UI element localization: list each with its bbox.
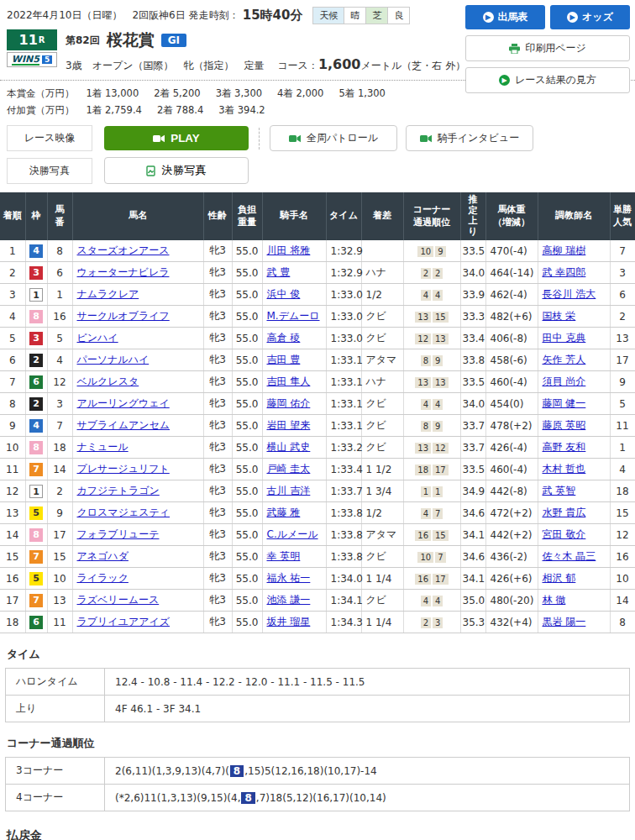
horse-link[interactable]: ラブリイユアアイズ	[77, 616, 171, 627]
trainer-link[interactable]: 木村 哲也	[543, 463, 586, 475]
jockey-link[interactable]: 浜中 俊	[267, 288, 301, 300]
horse-link[interactable]: パーソナルハイ	[77, 354, 150, 365]
carried-weight: 55.0	[232, 459, 262, 480]
result-row: 15715アネゴハダ牝355.0幸 英明1:33.8クビ10734.6436(-…	[0, 546, 635, 568]
jockey-link[interactable]: 川田 将雅	[267, 244, 311, 256]
horse-link[interactable]: ナミュール	[77, 441, 129, 453]
jockey-link[interactable]: 横山 武史	[267, 441, 311, 453]
frame-badge: 3	[29, 266, 43, 280]
margin: 1/2	[361, 284, 403, 306]
jockey-link[interactable]: M.デムーロ	[267, 310, 320, 322]
finish-time: 1:33.0	[326, 328, 361, 349]
jockey-link[interactable]: 吉田 豊	[267, 354, 301, 365]
horse-link[interactable]: ベルクレスタ	[77, 375, 139, 387]
last-3f: 33.7	[460, 437, 485, 459]
trainer-link[interactable]: 林 徹	[543, 594, 566, 606]
trainer-link[interactable]: 須貝 尚介	[543, 375, 586, 387]
race-name: 桜花賞	[107, 29, 155, 51]
horse-link[interactable]: カフジテトラゴン	[77, 485, 160, 496]
sex-age: 牝3	[203, 284, 232, 306]
patrol-video-button[interactable]: 全周パトロール	[270, 125, 397, 151]
trainer-link[interactable]: 宮田 敬介	[543, 528, 586, 540]
results-col-header: 単勝人気	[610, 192, 635, 240]
jockey-interview-button[interactable]: 騎手インタビュー	[406, 125, 533, 151]
how-to-read-button[interactable]: ▶ レース結果の見方	[465, 67, 630, 93]
trainer-link[interactable]: 矢作 芳人	[543, 354, 586, 365]
frame-badge: 2	[29, 397, 43, 411]
results-col-header: タイム	[326, 192, 361, 240]
body-weight: 460(-4)	[485, 371, 538, 393]
jockey-link[interactable]: C.ルメール	[267, 528, 318, 540]
trainer-link[interactable]: 武 幸四郎	[543, 266, 586, 278]
jockey-link[interactable]: 福永 祐一	[267, 572, 311, 584]
trainer-link[interactable]: 高柳 瑞樹	[543, 244, 586, 256]
win5-logo: WIN5	[12, 55, 39, 66]
corner-positions: 44	[403, 284, 460, 306]
finish-position: 9	[0, 415, 25, 437]
start-time-label: 発走時刻：	[189, 8, 239, 23]
horse-link[interactable]: アルーリングウェイ	[77, 397, 170, 409]
corner-positions: 1213	[403, 328, 460, 349]
horse-link[interactable]: スターズオンアース	[77, 244, 170, 256]
table-row: 3コーナー 2(6,11)(1,3,9,13)(4,7)(8,15)5(12,1…	[6, 758, 630, 785]
horse-link[interactable]: フォラブリューテ	[77, 528, 160, 540]
weather-track-badges: 天候 晴 芝 良	[312, 7, 410, 24]
corner-positions: 1617	[403, 568, 460, 590]
horse-link[interactable]: サブライムアンセム	[77, 419, 171, 431]
finish-position: 7	[0, 371, 25, 393]
margin: 1 1/2	[361, 459, 403, 480]
finish-position: 5	[0, 328, 25, 349]
table-row: ハロンタイム 12.4 - 10.8 - 11.4 - 12.2 - 12.0 …	[6, 669, 630, 696]
jockey-link[interactable]: 武 豊	[267, 266, 291, 278]
race-number-badge: 11R	[7, 29, 57, 50]
trainer-link[interactable]: 佐々木 晶三	[543, 550, 596, 562]
body-weight: 426(+6)	[485, 568, 538, 590]
trainer-link[interactable]: 武 英智	[543, 485, 576, 496]
win-favorite-rank: 18	[610, 480, 635, 502]
jockey-link[interactable]: 高倉 稜	[267, 332, 301, 344]
trainer-link[interactable]: 相沢 郁	[543, 572, 576, 584]
finish-position: 15	[0, 546, 25, 568]
play-button[interactable]: PLAY	[104, 126, 249, 150]
entry-table-button[interactable]: ▶ 出馬表	[465, 5, 545, 29]
jockey-link[interactable]: 戸崎 圭太	[267, 463, 311, 475]
jockey-link[interactable]: 藤岡 佑介	[267, 397, 311, 409]
jockey-link[interactable]: 池添 謙一	[267, 594, 311, 606]
jockey-link[interactable]: 武藤 雅	[267, 507, 301, 518]
trainer-link[interactable]: 藤原 英昭	[543, 419, 586, 431]
horse-link[interactable]: ラズベリームース	[77, 594, 160, 606]
carried-weight: 55.0	[232, 546, 262, 568]
trainer-link[interactable]: 黒岩 陽一	[543, 616, 586, 627]
last-3f: 33.9	[460, 284, 485, 306]
finish-photo-button[interactable]: 決勝写真	[104, 157, 249, 184]
finish-time: 1:33.8	[326, 524, 361, 546]
horse-link[interactable]: ライラック	[77, 572, 129, 584]
trainer-link[interactable]: 水野 貴広	[543, 507, 586, 518]
course-distance: 1,600	[318, 56, 361, 72]
jockey-link[interactable]: 古川 吉洋	[267, 485, 311, 496]
jockey-link[interactable]: 坂井 瑠星	[267, 616, 311, 627]
frame-badge: 1	[29, 485, 43, 498]
horse-link[interactable]: クロスマジェスティ	[77, 507, 171, 518]
jockey-link[interactable]: 吉田 隼人	[267, 375, 311, 387]
trainer-link[interactable]: 国枝 栄	[543, 310, 576, 322]
win-favorite-rank: 1	[610, 437, 635, 459]
jockey-link[interactable]: 幸 英明	[267, 550, 301, 562]
trainer-link[interactable]: 藤岡 健一	[543, 397, 586, 409]
trainer-link[interactable]: 高野 友和	[543, 441, 586, 453]
horse-link[interactable]: プレサージュリフト	[77, 463, 170, 475]
course-unit: メートル（芝・右 外）	[360, 60, 465, 71]
trainer-link[interactable]: 田中 克典	[543, 332, 586, 344]
trainer-link[interactable]: 長谷川 浩大	[543, 288, 596, 300]
finish-time: 1:33.1	[326, 371, 361, 393]
horse-link[interactable]: ピンハイ	[77, 332, 118, 344]
last-3f: 33.4	[460, 328, 485, 349]
odds-button[interactable]: ▶ オッズ	[550, 5, 630, 29]
horse-link[interactable]: ナムラクレア	[77, 288, 139, 300]
print-page-button[interactable]: 印刷用ページ	[465, 35, 630, 61]
jockey-link[interactable]: 岩田 望来	[267, 419, 311, 431]
horse-link[interactable]: サークルオブライフ	[77, 310, 170, 322]
horse-link[interactable]: ウォーターナビレラ	[77, 266, 170, 278]
carried-weight: 55.0	[232, 328, 262, 349]
horse-link[interactable]: アネゴハダ	[77, 550, 129, 562]
